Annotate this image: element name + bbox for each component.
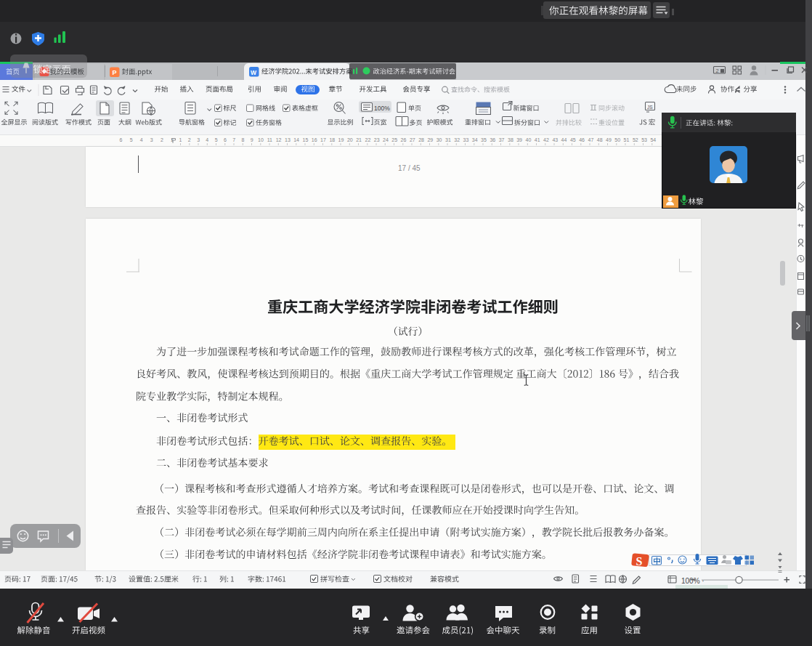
svg-text:S: S xyxy=(636,555,643,568)
svg-text:2: 2 xyxy=(716,68,719,74)
svg-text:JS: JS xyxy=(647,105,653,110)
svg-text:100%: 100% xyxy=(374,105,390,112)
svg-text:P: P xyxy=(113,69,117,76)
svg-text:W: W xyxy=(251,69,257,76)
